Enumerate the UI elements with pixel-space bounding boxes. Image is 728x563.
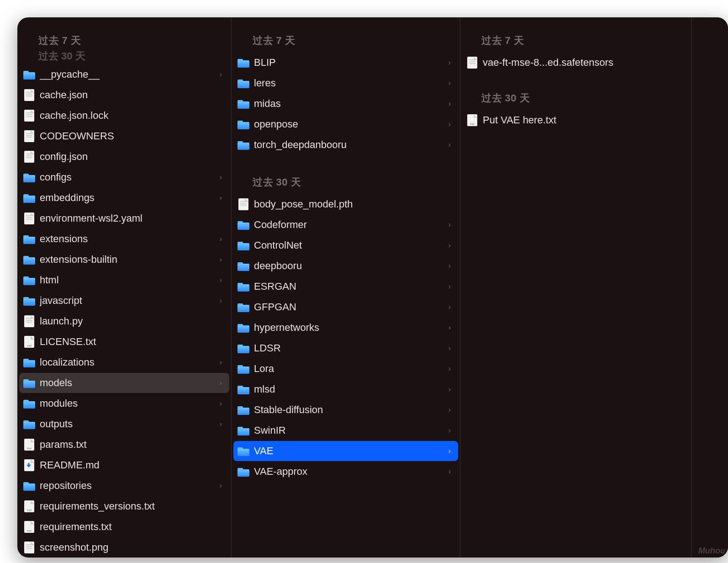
folder-item-codeformer[interactable]: Codeformer› xyxy=(233,215,458,235)
folder-item-extensions-builtin[interactable]: extensions-builtin› xyxy=(19,250,229,270)
folder-item-html[interactable]: html› xyxy=(19,270,229,290)
file-item-codeowners[interactable]: CODEOWNERS xyxy=(19,126,229,146)
file-item-body-pose-model-pth[interactable]: body_pose_model.pth xyxy=(233,194,458,214)
section-header-past7: 过去 7 天 xyxy=(460,29,691,52)
chevron-right-icon: › xyxy=(448,467,454,476)
item-label: cache.json xyxy=(40,89,225,101)
folder-item-deepbooru[interactable]: deepbooru› xyxy=(233,256,458,276)
chevron-right-icon: › xyxy=(448,303,454,311)
folder-item-models[interactable]: models› xyxy=(19,373,229,393)
folder-item-controlnet[interactable]: ControlNet› xyxy=(233,235,458,255)
folder-item-outputs[interactable]: outputs› xyxy=(19,414,229,434)
folder-item-extensions[interactable]: extensions› xyxy=(19,229,229,249)
item-label: vae-ft-mse-8...ed.safetensors xyxy=(483,57,685,69)
chevron-right-icon: › xyxy=(448,141,454,149)
file-item-config-json[interactable]: config.json xyxy=(19,147,229,167)
folder-item-midas[interactable]: midas› xyxy=(233,94,458,114)
folder-item-openpose[interactable]: openpose› xyxy=(233,114,458,134)
folder-item-vae-approx[interactable]: VAE-approx› xyxy=(233,462,458,482)
chevron-right-icon: › xyxy=(220,420,225,428)
folder-icon xyxy=(22,356,36,369)
chevron-right-icon: › xyxy=(448,365,454,373)
item-label: openpose xyxy=(254,118,448,130)
file-icon xyxy=(465,113,479,127)
folder-item-configs[interactable]: configs› xyxy=(19,167,229,187)
section-header-past30-clipped: 过去 30 天 xyxy=(17,49,231,64)
file-item-launch-py[interactable]: launch.py xyxy=(19,311,229,331)
file-item-put-vae-here-txt[interactable]: Put VAE here.txt xyxy=(462,110,689,130)
folder-icon xyxy=(22,232,36,246)
item-label: deepbooru xyxy=(254,260,448,272)
chevron-right-icon: › xyxy=(220,379,225,387)
file-icon xyxy=(465,56,479,69)
item-label: CODEOWNERS xyxy=(40,130,225,142)
column-2-list-a: BLIP›leres›midas›openpose›torch_deepdanb… xyxy=(232,53,460,155)
item-label: ESRGAN xyxy=(254,281,448,292)
file-item-requirements-txt[interactable]: requirements.txt xyxy=(19,517,229,537)
folder-icon xyxy=(237,138,250,152)
item-label: README.md xyxy=(40,459,225,471)
item-label: requirements.txt xyxy=(40,521,225,533)
folder-icon xyxy=(237,382,250,396)
folder-item-javascript[interactable]: javascript› xyxy=(19,291,229,311)
item-label: Lora xyxy=(254,363,448,375)
item-label: repositories xyxy=(40,480,220,492)
column-view: 过去 7 天 过去 30 天 __pycache__›cache.jsoncac… xyxy=(17,17,728,558)
file-icon xyxy=(22,109,36,122)
file-item-license-txt[interactable]: LICENSE.txt xyxy=(19,332,229,352)
item-label: modules xyxy=(40,398,220,409)
file-item-cache-json-lock[interactable]: cache.json.lock xyxy=(19,106,229,126)
item-label: requirements_versions.txt xyxy=(40,500,225,512)
folder-icon xyxy=(237,239,250,252)
folder-icon xyxy=(237,280,250,293)
folder-item-gfpgan[interactable]: GFPGAN› xyxy=(233,297,458,317)
folder-item-stable-diffusion[interactable]: Stable-diffusion› xyxy=(233,400,458,420)
folder-icon xyxy=(237,259,250,273)
folder-item-repositories[interactable]: repositories› xyxy=(19,476,229,496)
folder-icon xyxy=(237,218,250,232)
chevron-right-icon: › xyxy=(448,241,454,250)
folder-icon xyxy=(237,76,250,90)
chevron-right-icon: › xyxy=(220,235,225,243)
column-3-list-b: Put VAE here.txt xyxy=(460,110,691,130)
file-item-screenshot-png[interactable]: screenshot.png xyxy=(19,537,229,558)
item-label: Stable-diffusion xyxy=(254,404,448,416)
folder-item-modules[interactable]: modules› xyxy=(19,393,229,414)
file-item-environment-wsl2-yaml[interactable]: environment-wsl2.yaml xyxy=(19,208,229,228)
folder-item-leres[interactable]: leres› xyxy=(233,73,458,93)
chevron-right-icon: › xyxy=(448,447,454,455)
folder-icon xyxy=(237,117,250,131)
folder-item-embeddings[interactable]: embeddings› xyxy=(19,188,229,208)
folder-item-esrgan[interactable]: ESRGAN› xyxy=(233,276,458,297)
file-item-vae-ft-mse-8-ed-safetensors[interactable]: vae-ft-mse-8...ed.safetensors xyxy=(462,53,689,73)
folder-item-hypernetworks[interactable]: hypernetworks› xyxy=(233,318,458,338)
folder-item-swinir[interactable]: SwinIR› xyxy=(233,420,458,441)
folder-item-vae[interactable]: VAE› xyxy=(233,441,458,461)
item-label: extensions xyxy=(40,233,220,245)
item-label: config.json xyxy=(40,151,225,163)
folder-item-lora[interactable]: Lora› xyxy=(233,359,458,379)
folder-item-localizations[interactable]: localizations› xyxy=(19,352,229,372)
file-icon xyxy=(22,150,36,164)
item-label: localizations xyxy=(40,356,220,368)
chevron-right-icon: › xyxy=(448,324,454,332)
folder-icon xyxy=(22,376,36,390)
finder-window: 过去 7 天 过去 30 天 __pycache__›cache.jsoncac… xyxy=(17,17,728,558)
folder-item-torch-deepdanbooru[interactable]: torch_deepdanbooru› xyxy=(233,135,458,155)
folder-item-mlsd[interactable]: mlsd› xyxy=(233,379,458,399)
section-header-past7: 过去 7 天 xyxy=(232,29,460,52)
item-label: Put VAE here.txt xyxy=(483,114,685,126)
folder-item-blip[interactable]: BLIP› xyxy=(233,53,458,73)
file-item-readme-md[interactable]: README.md xyxy=(19,455,229,475)
file-item-requirements-versions-txt[interactable]: requirements_versions.txt xyxy=(19,496,229,516)
folder-item-ldsr[interactable]: LDSR› xyxy=(233,338,458,358)
file-item-params-txt[interactable]: params.txt xyxy=(19,435,229,455)
folder-icon xyxy=(22,273,36,287)
folder-icon xyxy=(237,362,250,376)
file-item-cache-json[interactable]: cache.json xyxy=(19,85,229,105)
column-2: 过去 7 天 BLIP›leres›midas›openpose›torch_d… xyxy=(232,17,460,558)
file-icon xyxy=(22,541,36,554)
item-label: extensions-builtin xyxy=(40,254,220,266)
folder-item--pycache-[interactable]: __pycache__› xyxy=(19,64,229,85)
file-icon xyxy=(237,197,250,211)
